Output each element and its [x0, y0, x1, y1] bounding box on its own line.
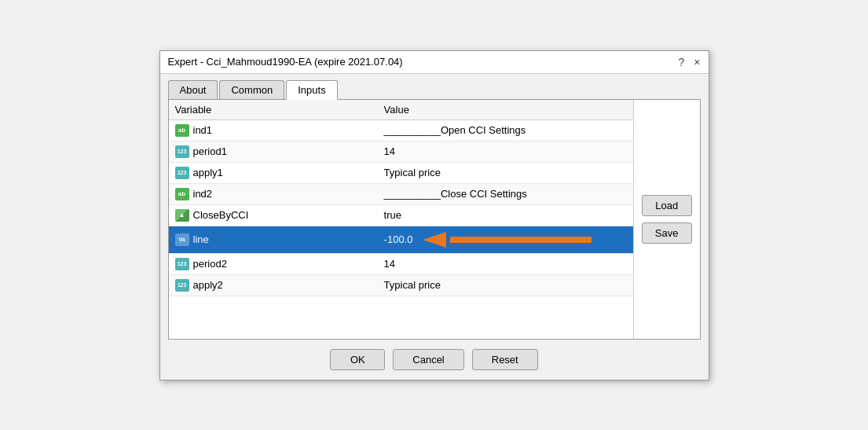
save-button[interactable]: Save: [642, 222, 692, 244]
type-icon: 123: [175, 258, 189, 270]
variable-cell: Valine: [169, 226, 378, 253]
tab-inputs[interactable]: Inputs: [286, 80, 337, 100]
tab-bar: About Common Inputs: [160, 74, 709, 99]
type-icon: 123: [175, 279, 189, 292]
window-title: Expert - Cci_Mahmoud1990-EA (expire 2021…: [168, 56, 403, 68]
type-icon: ▲: [175, 209, 189, 222]
cancel-button[interactable]: Cancel: [393, 349, 463, 370]
variable-name: line: [193, 233, 209, 245]
selected-value: -100.0: [384, 233, 413, 245]
col-header-variable: Variable: [169, 100, 378, 120]
load-button[interactable]: Load: [642, 195, 692, 216]
col-header-value: Value: [378, 100, 633, 120]
table-row[interactable]: 123period114: [169, 141, 633, 162]
type-icon: 123: [175, 167, 189, 179]
table-row[interactable]: Valine-100.0: [169, 226, 633, 253]
table-row[interactable]: abind2__________Close CCI Settings: [169, 183, 633, 204]
value-cell: 14: [378, 141, 633, 162]
type-icon: ab: [175, 188, 189, 200]
footer: OK Cancel Reset: [160, 340, 709, 380]
variable-cell: 123period1: [169, 141, 378, 162]
table-row[interactable]: 123apply1Typical price: [169, 162, 633, 183]
svg-marker-1: [423, 232, 446, 248]
variable-name: ind1: [193, 124, 213, 136]
variable-name: CloseByCCI: [193, 209, 249, 221]
ok-button[interactable]: OK: [330, 349, 385, 370]
help-button[interactable]: ?: [679, 56, 685, 68]
value-cell: __________Open CCI Settings: [378, 119, 633, 141]
title-bar-controls: ? ×: [679, 56, 701, 68]
tab-common[interactable]: Common: [219, 80, 284, 99]
variable-cell: 123apply1: [169, 162, 378, 183]
table-row[interactable]: 123apply2Typical price: [169, 274, 633, 296]
tab-about[interactable]: About: [168, 80, 218, 99]
table-row[interactable]: abind1__________Open CCI Settings: [169, 119, 633, 141]
variable-name: period1: [193, 145, 227, 157]
table-row[interactable]: 123period214: [169, 253, 633, 274]
table-row[interactable]: ▲CloseByCCItrue: [169, 204, 633, 226]
value-cell: __________Close CCI Settings: [378, 183, 633, 204]
variable-cell: ▲CloseByCCI: [169, 204, 378, 226]
value-cell: -100.0: [378, 226, 633, 253]
value-cell: 14: [378, 253, 633, 274]
variable-name: ind2: [193, 188, 213, 200]
title-bar: Expert - Cci_Mahmoud1990-EA (expire 2021…: [160, 51, 709, 74]
close-button[interactable]: ×: [694, 56, 700, 68]
main-window: Expert - Cci_Mahmoud1990-EA (expire 2021…: [159, 50, 709, 380]
type-icon: ab: [175, 124, 189, 137]
variable-name: period2: [193, 258, 227, 270]
value-cell: Typical price: [378, 274, 633, 296]
side-buttons: Load Save: [634, 100, 700, 339]
variable-name: apply1: [193, 167, 223, 178]
variable-table-container: Variable Value abind1__________Open CCI …: [169, 100, 634, 339]
variable-cell: 123apply2: [169, 274, 378, 296]
type-icon: Va: [175, 233, 189, 246]
table-wrapper[interactable]: Variable Value abind1__________Open CCI …: [169, 100, 633, 339]
variable-table: Variable Value abind1__________Open CCI …: [169, 100, 633, 296]
content-area: Variable Value abind1__________Open CCI …: [168, 99, 701, 340]
type-icon: 123: [175, 145, 189, 158]
variable-cell: abind1: [169, 119, 378, 141]
reset-button[interactable]: Reset: [472, 349, 538, 370]
value-cell: true: [378, 204, 633, 226]
variable-cell: abind2: [169, 183, 378, 204]
variable-name: apply2: [193, 279, 223, 291]
variable-cell: 123period2: [169, 253, 378, 274]
value-cell: Typical price: [378, 162, 633, 183]
arrow-icon: [419, 230, 591, 249]
